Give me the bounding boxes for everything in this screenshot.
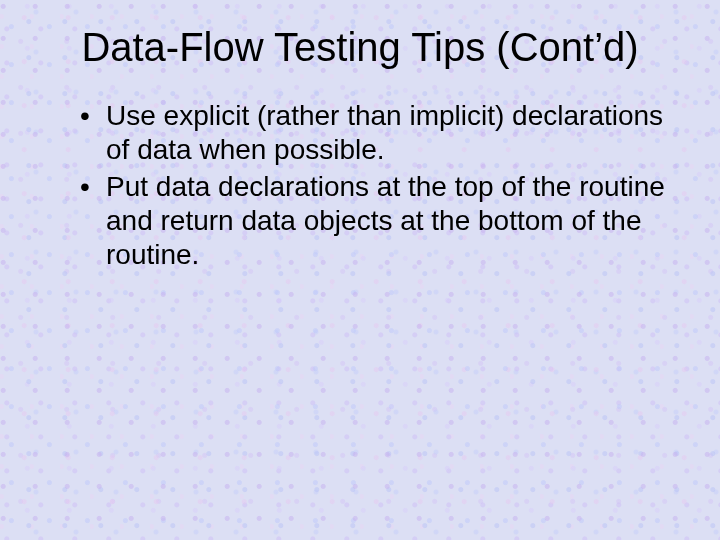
- bullet-list: Use explicit (rather than implicit) decl…: [52, 99, 668, 271]
- slide: Data-Flow Testing Tips (Cont’d) Use expl…: [0, 0, 720, 540]
- list-item: Use explicit (rather than implicit) decl…: [80, 99, 668, 166]
- bullet-text: Put data declarations at the top of the …: [106, 171, 665, 269]
- slide-title: Data-Flow Testing Tips (Cont’d): [52, 24, 668, 71]
- bullet-text: Use explicit (rather than implicit) decl…: [106, 100, 663, 165]
- list-item: Put data declarations at the top of the …: [80, 170, 668, 271]
